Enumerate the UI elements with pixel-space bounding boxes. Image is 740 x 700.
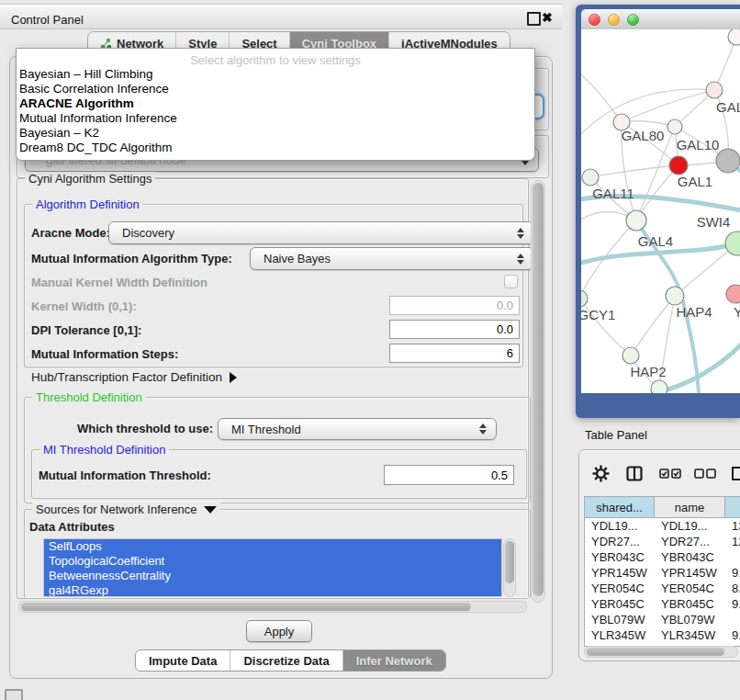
- table-row[interactable]: YBL079WYBL079W: [585, 612, 740, 627]
- control-panel-title: Control Panel: [11, 13, 84, 27]
- close-panel-icon[interactable]: ✖: [542, 10, 553, 25]
- mi-type-combobox[interactable]: Naive Bayes: [250, 247, 534, 270]
- column-header-partial[interactable]: [725, 497, 740, 517]
- aracne-mode-label: Aracne Mode:: [31, 226, 110, 240]
- mi-threshold-title: MI Threshold Definition: [39, 443, 169, 457]
- node-gal11[interactable]: [582, 169, 599, 186]
- apply-button-label: Apply: [264, 625, 295, 638]
- kernel-width-label: Kernel Width (0,1):: [31, 299, 137, 313]
- table-panel-title: Table Panel: [585, 428, 647, 442]
- popup-placeholder: Select algorithm to view settings: [17, 53, 534, 67]
- node-label: GAL80: [622, 128, 665, 143]
- network-graph: GAL GAL80 GAL10 GAL1 GAL11 GAL4 SWI4 GCY…: [581, 29, 740, 393]
- popup-item-bayesian-k2[interactable]: Bayesian – K2: [17, 126, 534, 141]
- node-hap4[interactable]: [666, 287, 684, 305]
- hub-definition-expander[interactable]: Hub/Transcription Factor Definition: [31, 370, 237, 384]
- mi-type-value: Naive Bayes: [263, 252, 331, 265]
- column-header-name[interactable]: name: [655, 497, 725, 517]
- table-header-row: shared... name: [585, 497, 740, 518]
- node-label: GAL4: [638, 233, 673, 249]
- table-panel-toolbar: [579, 456, 740, 491]
- node-gal-partial[interactable]: [706, 82, 723, 98]
- toolbar-partial-icon[interactable]: [731, 466, 740, 481]
- combo-arrows-icon: [517, 254, 524, 265]
- network-view-window: GAL GAL80 GAL10 GAL1 GAL11 GAL4 SWI4 GCY…: [576, 5, 740, 418]
- mi-type-label: Mutual Information Algorithm Type:: [31, 252, 232, 265]
- table-row[interactable]: YDR27...YDR27...12: [585, 534, 740, 549]
- settings-hscrollbar-thumb[interactable]: [21, 603, 471, 611]
- node-label: GCY1: [581, 307, 615, 322]
- table-row[interactable]: YER054CYER054C8.: [585, 581, 740, 596]
- dpi-tolerance-field[interactable]: [389, 320, 520, 339]
- node-label: GAL10: [677, 137, 720, 152]
- data-attributes-label: Data Attributes: [29, 520, 115, 534]
- sources-group-header[interactable]: Sources for Network Inference: [32, 502, 220, 516]
- attributes-scrollbar-thumb[interactable]: [505, 541, 514, 583]
- node-gcy1[interactable]: [581, 290, 588, 307]
- select-all-icon[interactable]: [659, 469, 681, 479]
- popup-item-bayesian-hill[interactable]: Bayesian – Hill Climbing: [17, 67, 534, 82]
- column-header-shared-name[interactable]: shared...: [585, 497, 655, 517]
- table-hscrollbar-thumb[interactable]: [587, 648, 724, 656]
- table-row[interactable]: YBR043CYBR043C: [585, 549, 740, 565]
- columns-icon[interactable]: [626, 466, 643, 481]
- popup-item-mutual-information[interactable]: Mutual Information Inference: [17, 111, 534, 126]
- algorithm-definition-title: Algorithm Definition: [32, 198, 143, 211]
- float-panel-icon[interactable]: [527, 12, 541, 26]
- network-canvas[interactable]: GAL GAL80 GAL10 GAL1 GAL11 GAL4 SWI4 GCY…: [581, 29, 740, 393]
- node-gal1-red[interactable]: [669, 156, 688, 175]
- control-panel-titlebar: Control Panel ✖: [0, 4, 562, 29]
- popup-item-aracne[interactable]: ARACNE Algorithm: [17, 96, 534, 111]
- manual-kernel-checkbox: [504, 275, 518, 288]
- list-item-gal4rgexp[interactable]: gal4RGexp: [44, 583, 501, 597]
- dock-mini-icon[interactable]: [5, 689, 23, 700]
- node-partial-top[interactable]: [728, 29, 740, 45]
- network-window-titlebar[interactable]: [581, 9, 740, 30]
- list-item-betweennesscentrality[interactable]: BetweennessCentrality: [44, 569, 501, 583]
- window-minimize-button[interactable]: [608, 14, 620, 26]
- settings-vscrollbar-thumb[interactable]: [533, 183, 544, 596]
- tab-infer-network[interactable]: Infer Network: [342, 650, 445, 671]
- mi-steps-label: Mutual Information Steps:: [31, 347, 178, 361]
- node-gray[interactable]: [716, 149, 740, 173]
- node-label: GAL: [716, 99, 740, 115]
- table-row[interactable]: YBR045CYBR045C9.: [585, 596, 740, 612]
- apply-button[interactable]: Apply: [246, 620, 312, 642]
- settings-vscrollbar: [531, 180, 545, 603]
- popup-item-dream8[interactable]: Dream8 DC_TDC Algorithm: [17, 141, 534, 155]
- node-gal4[interactable]: [626, 210, 646, 231]
- node-hap2[interactable]: [622, 347, 639, 364]
- tab-discretize-data[interactable]: Discretize Data: [230, 650, 342, 671]
- list-item-topologicalcoefficient[interactable]: TopologicalCoefficient: [44, 554, 501, 569]
- node-y-partial[interactable]: [726, 285, 740, 303]
- node-label: GAL11: [592, 186, 634, 201]
- node-label: GAL1: [678, 174, 712, 189]
- deselect-all-icon[interactable]: [694, 469, 716, 479]
- expand-arrow-icon: [230, 372, 237, 383]
- popup-item-basic-correlation[interactable]: Basic Correlation Inference: [17, 82, 534, 96]
- screen: Control Panel ✖ Network Style Select Cyn…: [0, 0, 740, 700]
- network-labels: GAL GAL80 GAL10 GAL1 GAL11 GAL4 SWI4 GCY…: [581, 99, 740, 379]
- combo-arrows-icon: [479, 423, 487, 435]
- aracne-mode-combobox[interactable]: Discovery: [108, 221, 534, 244]
- table-row[interactable]: YDL19...YDL19...13: [585, 518, 740, 534]
- hub-definition-label: Hub/Transcription Factor Definition: [31, 370, 222, 384]
- table-row[interactable]: YLR345WYLR345W9.: [585, 627, 740, 643]
- list-item-selfloops[interactable]: SelfLoops: [44, 539, 501, 554]
- table-panel: shared... name YDL19...YDL19...13 YDR27.…: [578, 449, 740, 661]
- aracne-mode-value: Discovery: [122, 226, 174, 240]
- mi-threshold-label: Mutual Information Threshold:: [39, 469, 211, 482]
- mi-steps-field[interactable]: [389, 344, 520, 363]
- tab-impute-data[interactable]: Impute Data: [136, 650, 230, 671]
- combo-arrows-icon: [517, 228, 524, 239]
- window-zoom-button[interactable]: [627, 14, 639, 26]
- table-row[interactable]: YPR145WYPR145W9.: [585, 565, 740, 581]
- node-partial-bottom[interactable]: [651, 380, 667, 393]
- collapse-arrow-icon: [204, 506, 217, 514]
- which-threshold-combobox[interactable]: MI Threshold: [218, 418, 497, 440]
- mi-threshold-field[interactable]: [384, 465, 514, 485]
- node-gal10[interactable]: [667, 119, 682, 134]
- gear-icon[interactable]: [592, 465, 610, 482]
- algorithm-dropdown-popup: Select algorithm to view settings Bayesi…: [16, 48, 535, 161]
- window-close-button[interactable]: [589, 14, 600, 26]
